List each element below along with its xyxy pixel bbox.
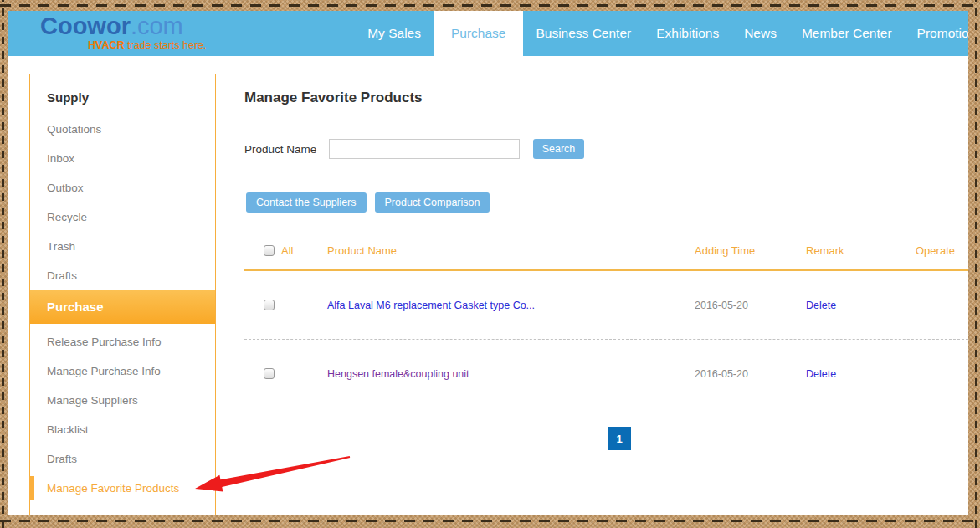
nav-tab-my-sales[interactable]: My Sales xyxy=(355,11,434,56)
sidebar-item-manage-suppliers[interactable]: Manage Suppliers xyxy=(30,386,215,415)
frame-stitch-top xyxy=(0,4,980,7)
pagination: 1 xyxy=(608,427,631,450)
sidebar-section-purchase[interactable]: Purchase xyxy=(30,290,215,324)
sidebar-item-blacklist[interactable]: Blacklist xyxy=(30,415,215,444)
nav-tab-exhibitions[interactable]: Exhibitions xyxy=(644,11,731,56)
row-checkbox[interactable] xyxy=(264,300,275,310)
sidebar-item-label: Manage Favorite Products xyxy=(47,482,179,495)
frame-stitch-right xyxy=(975,0,977,528)
brand-logo[interactable]: Coowor.com xyxy=(40,13,183,43)
row-select-cell xyxy=(244,300,327,310)
brand-logo-suffix: .com xyxy=(131,13,183,39)
header-adding-time: Adding Time xyxy=(695,244,806,257)
page-number-button[interactable]: 1 xyxy=(608,427,631,450)
frame-stitch-left xyxy=(2,0,4,528)
table-row: Hengsen female&coupling unit 2016-05-20 … xyxy=(244,340,968,408)
nav-tab-member-center[interactable]: Member Center xyxy=(789,11,905,56)
row-checkbox[interactable] xyxy=(264,368,275,379)
nav-tab-purchase[interactable]: Purchase xyxy=(434,11,523,56)
adding-time-value: 2016-05-20 xyxy=(695,368,806,380)
sidebar-section-supply: Supply xyxy=(30,74,215,115)
sidebar-item-recycle[interactable]: Recycle xyxy=(30,202,215,232)
sidebar-item-outbox[interactable]: Outbox xyxy=(30,173,215,202)
sidebar-item-manage-favorite-products[interactable]: Manage Favorite Products xyxy=(30,474,215,503)
select-all-label: All xyxy=(281,244,293,257)
favorite-products-table: All Product Name Adding Time Remark Oper… xyxy=(244,232,968,408)
table-header-row: All Product Name Adding Time Remark Oper… xyxy=(244,232,968,271)
page-title: Manage Favorite Products xyxy=(244,90,423,106)
active-item-indicator xyxy=(29,476,34,500)
sidebar-item-supply-drafts[interactable]: Drafts xyxy=(30,261,215,290)
sidebar-item-inbox[interactable]: Inbox xyxy=(30,144,215,173)
product-link[interactable]: Alfa Laval M6 replacement Gasket type Co… xyxy=(327,300,535,311)
product-name-input[interactable] xyxy=(329,139,520,159)
select-all-checkbox[interactable] xyxy=(264,245,275,256)
row-select-cell xyxy=(244,368,327,379)
delete-link[interactable]: Delete xyxy=(806,300,836,311)
search-label: Product Name xyxy=(244,143,329,156)
sidebar-item-purchase-drafts[interactable]: Drafts xyxy=(30,444,215,474)
delete-link[interactable]: Delete xyxy=(806,368,836,380)
top-header: Coowor.com HVACR trade starts here. My S… xyxy=(8,11,968,56)
product-link[interactable]: Hengsen female&coupling unit xyxy=(327,368,469,380)
brand-logo-main: Coowor xyxy=(40,13,131,39)
sidebar-item-manage-purchase-info[interactable]: Manage Purchase Info xyxy=(30,356,215,386)
nav-tab-news[interactable]: News xyxy=(731,11,789,56)
sidebar: Supply Quotations Inbox Outbox Recycle T… xyxy=(29,74,216,525)
nav-tab-business-center[interactable]: Business Center xyxy=(523,11,644,56)
adding-time-value: 2016-05-20 xyxy=(695,300,806,311)
main-nav: My Sales Purchase Business Center Exhibi… xyxy=(355,11,968,56)
sidebar-item-quotations[interactable]: Quotations xyxy=(30,115,215,144)
action-buttons: Contact the Suppliers Product Comparison xyxy=(246,192,490,213)
nav-tab-promotions[interactable]: Promotions xyxy=(905,11,968,56)
header-select-all-cell: All xyxy=(244,244,327,257)
sidebar-item-trash[interactable]: Trash xyxy=(30,232,215,261)
header-remark: Remark xyxy=(806,244,916,257)
search-button[interactable]: Search xyxy=(533,139,584,159)
product-comparison-button[interactable]: Product Comparison xyxy=(375,192,490,213)
frame-border-right xyxy=(968,0,980,528)
sidebar-item-release-purchase-info[interactable]: Release Purchase Info xyxy=(30,327,215,356)
brand-tagline-rest: trade starts here. xyxy=(125,39,207,51)
brand-tagline: HVACR trade starts here. xyxy=(88,39,207,51)
table-row: Alfa Laval M6 replacement Gasket type Co… xyxy=(244,271,968,340)
header-product-name: Product Name xyxy=(327,244,695,257)
header-operate: Operate xyxy=(916,244,968,257)
search-row: Product Name Search xyxy=(244,138,584,160)
page: Coowor.com HVACR trade starts here. My S… xyxy=(0,0,980,528)
frame-stitch-bottom xyxy=(0,520,980,522)
contact-suppliers-button[interactable]: Contact the Suppliers xyxy=(246,192,367,213)
brand-tagline-bold: HVACR xyxy=(88,39,125,51)
